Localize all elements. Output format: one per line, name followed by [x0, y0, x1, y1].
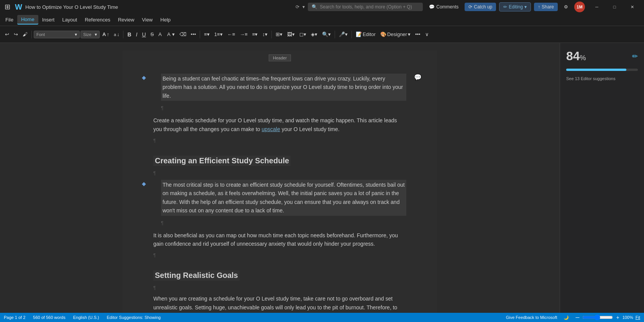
zoom-out-button[interactable]: ─	[575, 314, 580, 320]
toolbar: ↩ ↪ 🖌 Font ▾ Size ▾ A↑ a↓ B I U S A A▾ ⌫…	[0, 26, 644, 43]
smart-art-button[interactable]: ◈▾	[309, 30, 319, 39]
window-controls: ─ □ ✕	[588, 1, 641, 13]
search-bar[interactable]: 🔍 Search for tools, help, and more (Opti…	[308, 3, 423, 11]
find-button[interactable]: 🔍▾	[320, 30, 333, 39]
paragraph-1: ◆ 💬 Being a student can feel chaotic at …	[153, 74, 406, 111]
numbering-button[interactable]: 1≡▾	[212, 30, 225, 39]
cloud-icon: ▾	[302, 4, 305, 10]
dictate-button[interactable]: 🎤▾	[337, 30, 350, 39]
title-bar-right: 💬 Comments ⟳ Catch up ✏ Editing ▾ ↑ Shar…	[426, 1, 641, 13]
align-button[interactable]: ≡▾	[250, 30, 260, 39]
increase-indent-button[interactable]: →≡	[238, 30, 250, 39]
document-area[interactable]: Header ◆ 💬 Being a student can feel chao…	[0, 43, 560, 313]
undo-button[interactable]: ↩	[3, 30, 11, 39]
designer-icon: 🎨	[380, 31, 386, 37]
menu-home[interactable]: Home	[17, 15, 38, 25]
edit-mode-icon: ✏	[503, 4, 507, 10]
paragraph-text-1: Being a student can feel chaotic at time…	[161, 74, 406, 101]
menu-review[interactable]: Review	[114, 15, 138, 24]
accessibility-icon: 🌙	[564, 315, 569, 320]
catch-up-button[interactable]: ⟳ Catch up	[465, 3, 496, 11]
font-name-value: Font	[36, 32, 45, 37]
zoom-controls: ─ + 100% Fit	[575, 314, 640, 320]
maximize-button[interactable]: □	[606, 1, 623, 13]
underline-button[interactable]: U	[140, 30, 148, 39]
score-display: 84%	[566, 49, 586, 63]
word-icon: W	[15, 3, 22, 12]
menu-file[interactable]: File	[2, 15, 17, 24]
zoom-fit[interactable]: Fit	[636, 315, 640, 320]
para-marker-3: ¶	[161, 220, 406, 226]
menu-layout[interactable]: Layout	[58, 15, 81, 24]
editor-icon: 📝	[356, 31, 362, 37]
strikethrough-button[interactable]: S	[149, 30, 156, 39]
minimize-button[interactable]: ─	[588, 1, 606, 13]
italic-button[interactable]: I	[134, 30, 140, 39]
comment-indicator-1[interactable]: 💬	[414, 74, 422, 81]
avatar[interactable]: 1M	[574, 2, 585, 12]
paragraph-text-4: It is also beneficial as you can map out…	[153, 231, 406, 248]
menu-bar: File Home Insert Layout References Revie…	[0, 14, 644, 26]
menu-references[interactable]: References	[81, 15, 114, 24]
editor-panel: 84% ✏ See 13 Editor suggestions	[560, 43, 644, 313]
heading-realistic-goals: Setting Realistic Goals	[153, 270, 240, 281]
para-marker-h1: ¶	[153, 171, 406, 176]
language-info[interactable]: English (U.S.)	[73, 315, 99, 320]
paragraph-5: When you are creating a schedule for you…	[153, 294, 406, 313]
header-label: Header	[269, 54, 291, 61]
para-marker-h2: ¶	[153, 285, 406, 291]
clear-format-button[interactable]: ⌫	[177, 30, 188, 39]
settings-button[interactable]: ⚙	[561, 3, 571, 11]
catch-icon: ⟳	[468, 4, 472, 10]
editor-suggestions-label[interactable]: See 13 Editor suggestions	[566, 76, 638, 81]
separator-4	[271, 31, 272, 38]
more-format-button[interactable]: •••	[189, 30, 198, 39]
close-button[interactable]: ✕	[623, 1, 641, 13]
zoom-in-button[interactable]: +	[615, 314, 620, 320]
heading-efficient-study: Creating an Efficient Study Schedule	[153, 156, 291, 166]
editor-status[interactable]: Editor Suggestions: Showing	[107, 315, 161, 320]
zoom-level: 100%	[623, 315, 633, 320]
upscale-link[interactable]: upscale	[262, 126, 280, 132]
editor-button[interactable]: 📝 Editor	[354, 30, 378, 39]
menu-help[interactable]: Help	[156, 15, 174, 24]
share-button[interactable]: ↑ Share	[534, 3, 558, 11]
highlight-color-button[interactable]: A	[156, 30, 164, 39]
feedback-link[interactable]: Give Feedback to Microsoft	[506, 315, 557, 320]
comments-button[interactable]: 💬 Comments	[426, 3, 462, 11]
apps-grid-icon[interactable]: ⊞	[3, 1, 12, 13]
line-spacing-button[interactable]: ↕▾	[260, 30, 269, 39]
menu-insert[interactable]: Insert	[38, 15, 59, 24]
bullets-button[interactable]: ≡▾	[202, 30, 212, 39]
font-name-selector[interactable]: Font ▾	[34, 31, 80, 38]
editor-edit-icon[interactable]: ✏	[632, 52, 638, 61]
paragraph-4: It is also beneficial as you can map out…	[153, 231, 406, 258]
score-bar-fill	[566, 69, 626, 71]
zoom-slider[interactable]	[582, 314, 613, 320]
separator-5	[335, 31, 335, 38]
picture-button[interactable]: 🖼▾	[285, 30, 297, 39]
font-size-selector[interactable]: Size ▾	[80, 31, 100, 38]
bold-button[interactable]: B	[125, 30, 133, 39]
separator-6	[352, 31, 352, 38]
document-content: Header ◆ 💬 Being a student can feel chao…	[123, 51, 437, 313]
designer-button[interactable]: 🎨 Designer ▾	[378, 30, 412, 39]
shapes-button[interactable]: ◻▾	[297, 30, 308, 39]
heading-1-container: Creating an Efficient Study Schedule ¶	[153, 149, 406, 176]
redo-button[interactable]: ↪	[12, 30, 20, 39]
decrease-font-button[interactable]: a↓	[112, 30, 122, 39]
decrease-indent-button[interactable]: ←≡	[225, 30, 237, 39]
font-color-button[interactable]: A▾	[165, 30, 177, 39]
editor-score-container: 84% ✏	[566, 49, 638, 63]
format-painter-button[interactable]: 🖌	[21, 30, 30, 39]
table-button[interactable]: ⊞▾	[274, 30, 284, 39]
editing-button[interactable]: ✏ Editing ▾	[499, 2, 531, 12]
paragraph-text-2: Create a realistic schedule for your O L…	[153, 116, 406, 133]
more-tools-button[interactable]: •••	[413, 30, 422, 39]
page-info: Page 1 of 2	[4, 315, 25, 320]
separator-3	[200, 31, 200, 38]
increase-font-button[interactable]: A↑	[100, 30, 111, 39]
separator-1	[31, 31, 32, 38]
expand-ribbon-button[interactable]: ∨	[423, 30, 431, 39]
menu-view[interactable]: View	[138, 15, 156, 24]
